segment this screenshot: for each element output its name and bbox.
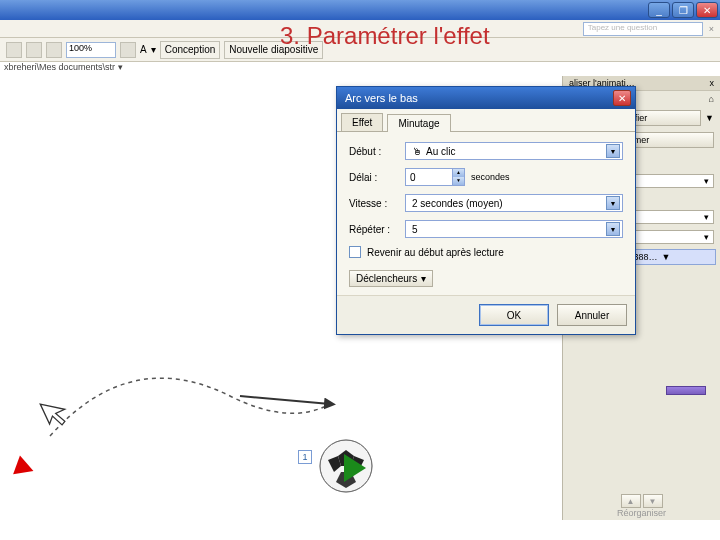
tab-timing[interactable]: Minutage bbox=[387, 114, 450, 132]
minimize-button[interactable]: _ bbox=[648, 2, 670, 18]
effect-options-dialog: Arc vers le bas ✕ Effet Minutage Début :… bbox=[336, 86, 636, 335]
zoom-combo[interactable]: 100% bbox=[66, 42, 116, 58]
pane-close-icon[interactable]: x bbox=[710, 78, 715, 88]
overlay-title: 3. Paramétrer l'effet bbox=[280, 22, 490, 50]
help-search-input[interactable]: Tapez une question bbox=[583, 22, 703, 36]
chevron-down-icon[interactable]: ▼ bbox=[606, 222, 620, 236]
rewind-checkbox[interactable] bbox=[349, 246, 361, 258]
color-icon[interactable] bbox=[46, 42, 62, 58]
help-icon[interactable] bbox=[120, 42, 136, 58]
motion-path bbox=[40, 386, 360, 486]
restore-button[interactable]: ❐ bbox=[672, 2, 694, 18]
chevron-down-icon[interactable]: ▼ bbox=[606, 196, 620, 210]
chevron-down-icon[interactable]: ▼ bbox=[606, 144, 620, 158]
delay-suffix: secondes bbox=[471, 172, 510, 182]
reorganize-area: ▲ ▼ Réorganiser bbox=[563, 490, 720, 518]
path-breadcrumb[interactable]: xbreheri\Mes documents\str ▾ bbox=[4, 62, 123, 72]
pane-home-icon[interactable]: ⌂ bbox=[709, 94, 714, 104]
move-down-button[interactable]: ▼ bbox=[643, 494, 663, 508]
reorganize-label: Réorganiser bbox=[617, 508, 666, 518]
dialog-tabs: Effet Minutage bbox=[337, 109, 635, 131]
format-icon[interactable] bbox=[6, 42, 22, 58]
dialog-footer: OK Annuler bbox=[337, 295, 635, 334]
start-marker-icon bbox=[13, 456, 37, 481]
dialog-title: Arc vers le bas bbox=[345, 92, 418, 104]
font-color-label: A bbox=[140, 44, 147, 55]
repeat-combo[interactable]: 5 ▼ bbox=[405, 220, 623, 238]
dialog-titlebar[interactable]: Arc vers le bas ✕ bbox=[337, 87, 635, 109]
design-button[interactable]: Conception bbox=[160, 41, 221, 59]
animation-sequence-number: 1 bbox=[298, 450, 312, 464]
move-up-button[interactable]: ▲ bbox=[621, 494, 641, 508]
triggers-button[interactable]: Déclencheurs▾ bbox=[349, 270, 433, 287]
ok-button[interactable]: OK bbox=[479, 304, 549, 326]
delay-spinner[interactable]: 0 ▲▼ bbox=[405, 168, 465, 186]
start-label: Début : bbox=[349, 146, 405, 157]
delay-label: Délai : bbox=[349, 172, 405, 183]
rewind-label: Revenir au début après lecture bbox=[367, 247, 504, 258]
cancel-button[interactable]: Annuler bbox=[557, 304, 627, 326]
play-indicator-icon bbox=[344, 454, 366, 482]
timeline-bar[interactable] bbox=[666, 386, 706, 395]
tab-effect[interactable]: Effet bbox=[341, 113, 383, 131]
speed-label: Vitesse : bbox=[349, 198, 405, 209]
dialog-close-button[interactable]: ✕ bbox=[613, 90, 631, 106]
help-close-icon[interactable]: × bbox=[709, 24, 714, 34]
window-close-button[interactable]: ✕ bbox=[696, 2, 718, 18]
window-titlebar: _ ❐ ✕ bbox=[0, 0, 720, 20]
mouse-icon: 🖱 bbox=[412, 146, 422, 157]
start-combo[interactable]: 🖱Au clic ▼ bbox=[405, 142, 623, 160]
cursor-arrow-icon bbox=[38, 392, 77, 436]
numbering-icon[interactable] bbox=[26, 42, 42, 58]
speed-combo[interactable]: 2 secondes (moyen) ▼ bbox=[405, 194, 623, 212]
dialog-body: Début : 🖱Au clic ▼ Délai : 0 ▲▼ secondes… bbox=[337, 131, 635, 295]
rewind-checkbox-row[interactable]: Revenir au début après lecture bbox=[349, 246, 623, 258]
repeat-label: Répéter : bbox=[349, 224, 405, 235]
